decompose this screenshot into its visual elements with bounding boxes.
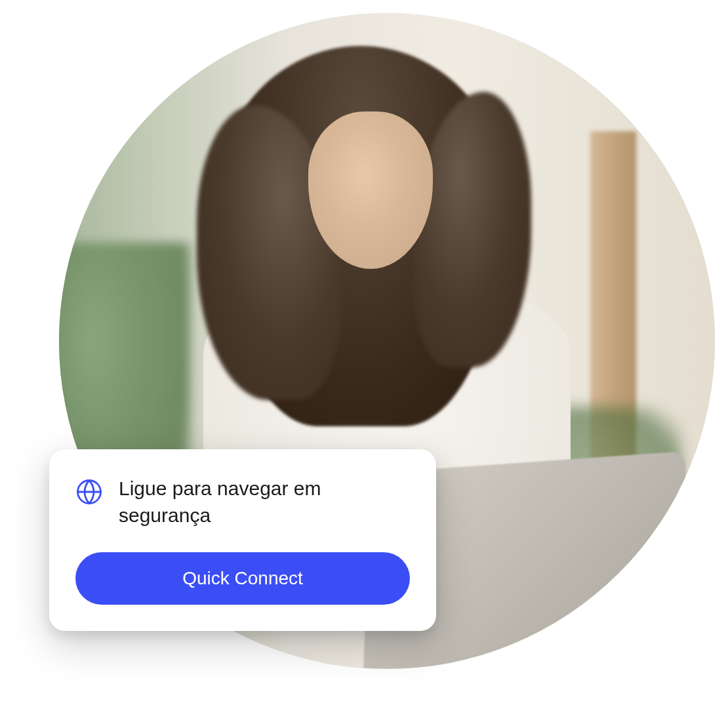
hero-container: Ligue para navegar em segurança Quick Co… bbox=[0, 0, 728, 728]
globe-icon bbox=[75, 478, 103, 506]
card-header: Ligue para navegar em segurança bbox=[75, 475, 410, 529]
connect-card: Ligue para navegar em segurança Quick Co… bbox=[49, 449, 436, 631]
quick-connect-button[interactable]: Quick Connect bbox=[75, 552, 410, 605]
card-title: Ligue para navegar em segurança bbox=[119, 475, 410, 529]
